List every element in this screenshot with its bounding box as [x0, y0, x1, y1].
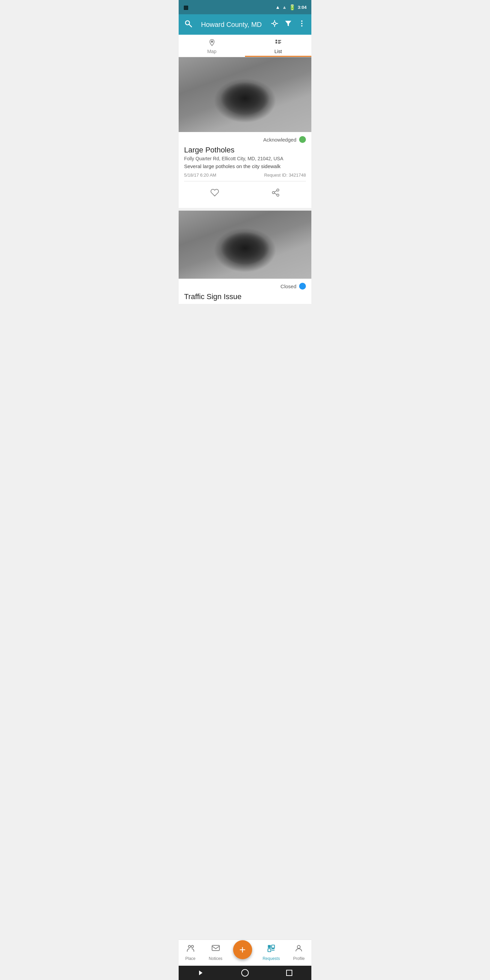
svg-rect-13 [275, 42, 277, 43]
card-status-row-2: Closed [184, 283, 306, 290]
svg-point-18 [277, 189, 279, 191]
header-title: Howard County, MD [198, 21, 265, 29]
svg-line-1 [189, 24, 192, 27]
card-image-1 [179, 57, 311, 132]
tab-map-label: Map [207, 49, 216, 54]
svg-point-10 [301, 25, 302, 27]
location-icon[interactable] [270, 19, 279, 30]
svg-marker-7 [285, 21, 291, 26]
app-header: Howard County, MD [179, 14, 311, 35]
card-body-2: Closed Traffic Sign Issue [179, 279, 311, 304]
time-display: 3:04 [298, 5, 307, 10]
share-button-1[interactable] [263, 186, 288, 201]
card-title-2: Traffic Sign Issue [184, 292, 306, 301]
sim-card-icon: ▩ [183, 4, 189, 11]
tab-list-label: List [275, 49, 282, 54]
more-options-icon[interactable] [298, 19, 306, 30]
svg-point-20 [277, 194, 279, 196]
status-dot-1 [299, 136, 306, 143]
tab-list[interactable]: List [245, 35, 311, 57]
svg-point-8 [301, 21, 302, 22]
svg-point-2 [273, 22, 276, 25]
status-label-1: Acknowledged [263, 137, 296, 143]
svg-rect-12 [275, 40, 277, 41]
search-icon[interactable] [184, 19, 192, 30]
card-actions-1 [184, 185, 306, 204]
svg-point-19 [272, 192, 275, 194]
card-date-1: 5/18/17 6:20 AM [184, 172, 216, 178]
pothole-photo-2 [179, 211, 311, 279]
request-card-2[interactable]: Closed Traffic Sign Issue [179, 211, 311, 304]
svg-point-9 [301, 23, 302, 24]
svg-line-22 [274, 191, 277, 192]
tab-map[interactable]: Map [179, 35, 245, 57]
card-meta-1: 5/18/17 6:20 AM Request ID: 3421748 [184, 172, 306, 178]
status-dot-2 [299, 283, 306, 290]
svg-line-21 [274, 193, 277, 195]
card-body-1: Acknowledged Large Potholes Folly Quarte… [179, 132, 311, 208]
status-bar: ▩ 🔋 3:04 [179, 0, 311, 14]
card-title-1: Large Potholes [184, 146, 306, 154]
card-image-2 [179, 211, 311, 279]
card-description-1: Several large potholes on the city sidew… [184, 163, 306, 169]
battery-icon: 🔋 [289, 4, 296, 11]
map-tab-icon [208, 39, 216, 48]
svg-point-11 [211, 41, 213, 43]
card-address-1: Folly Quarter Rd, Ellicott City, MD, 210… [184, 156, 306, 161]
list-tab-icon [275, 39, 282, 48]
wifi-icon [275, 5, 280, 10]
card-divider-1 [184, 181, 306, 181]
like-button-1[interactable] [202, 186, 227, 201]
card-request-id-1: Request ID: 3421748 [264, 172, 306, 178]
request-card-1[interactable]: Acknowledged Large Potholes Folly Quarte… [179, 57, 311, 208]
pothole-photo-1 [179, 57, 311, 132]
list-content: Acknowledged Large Potholes Folly Quarte… [179, 57, 311, 341]
status-label-2: Closed [280, 283, 296, 289]
view-tabs: Map List [179, 35, 311, 57]
card-status-row-1: Acknowledged [184, 136, 306, 143]
signal-icon [282, 5, 287, 10]
filter-icon[interactable] [284, 19, 292, 30]
